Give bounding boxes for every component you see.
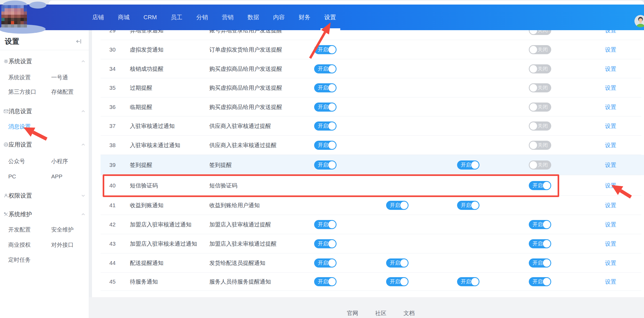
collapse-sidebar-icon[interactable] — [75, 38, 82, 45]
user-avatar[interactable] — [634, 15, 644, 27]
toggle-row43-col4[interactable]: 开启 — [529, 239, 551, 248]
tools-icon — [3, 212, 9, 217]
settings-link-row-36[interactable]: 设置 — [599, 103, 622, 111]
toggle-row36-col1[interactable]: 开启 — [314, 103, 337, 112]
toggle-row45-col4[interactable]: 开启 — [529, 277, 551, 286]
toggle-row30-col4[interactable]: 关闭 — [529, 45, 551, 54]
sidebar-item-商业授权[interactable]: 商业授权 — [8, 241, 31, 249]
nav-item-3[interactable]: CRM — [143, 14, 157, 21]
settings-link-row-42[interactable]: 设置 — [599, 221, 622, 228]
settings-link-row-44[interactable]: 设置 — [599, 259, 622, 267]
toggle-row38-col1[interactable]: 开启 — [314, 141, 337, 150]
sidebar-item-小程序[interactable]: 小程序 — [51, 158, 68, 165]
sidebar-section-4[interactable]: 权限设置 — [0, 192, 89, 200]
settings-link-row-40[interactable]: 设置 — [599, 182, 622, 189]
toggle-row36-col4[interactable]: 关闭 — [529, 103, 551, 112]
toggle-row45-col3[interactable]: 开启 — [457, 277, 479, 286]
app-icon — [3, 142, 9, 147]
notification-desc: 加盟店入驻未审核通过提醒 — [209, 240, 277, 248]
footer-link-社区[interactable]: 社区 — [375, 309, 386, 317]
toggle-knob — [543, 278, 550, 285]
sidebar-section-2[interactable]: 消息设置 — [0, 107, 89, 115]
settings-link-row-41[interactable]: 设置 — [599, 202, 622, 209]
toggle-row42-col4[interactable]: 开启 — [529, 220, 551, 229]
toggle-row42-col1[interactable]: 开启 — [314, 220, 337, 229]
sidebar-subrow: 消息设置 — [0, 123, 89, 131]
settings-link-row-37[interactable]: 设置 — [599, 122, 622, 130]
toggle-row45-col1[interactable]: 开启 — [314, 277, 337, 286]
footer-link-官网[interactable]: 官网 — [347, 309, 358, 317]
toggle-row39-col1[interactable]: 开启 — [314, 160, 337, 170]
toggle-row41-col3[interactable]: 开启 — [457, 201, 479, 210]
toggle-knob — [328, 65, 336, 73]
nav-item-5[interactable]: 分销 — [196, 13, 208, 21]
sidebar-subrow: 定时任务 — [0, 256, 89, 264]
nav-item-10[interactable]: 设置 — [324, 13, 336, 21]
notification-name: 短信验证码 — [130, 182, 158, 189]
sidebar-item-安全维护[interactable]: 安全维护 — [51, 226, 74, 233]
toggle-row34-col4[interactable]: 关闭 — [529, 64, 551, 73]
settings-link-row-43[interactable]: 设置 — [599, 240, 622, 248]
sidebar-item-对外接口[interactable]: 对外接口 — [51, 241, 74, 249]
toggle-row45-col2[interactable]: 开启 — [386, 277, 409, 286]
toggle-row38-col4[interactable]: 关闭 — [529, 141, 551, 150]
toggle-label: 开启 — [318, 221, 328, 228]
sidebar-item-PC[interactable]: PC — [8, 173, 16, 180]
table-row-39: 39签到提醒签到提醒开启开启关闭设置 — [92, 155, 644, 175]
sidebar-section-5[interactable]: 系统维护 — [0, 210, 89, 218]
sidebar-item-第三方接口[interactable]: 第三方接口 — [8, 88, 36, 96]
nav-item-6[interactable]: 营销 — [222, 13, 234, 21]
toggle-label: 关闭 — [538, 104, 548, 111]
notification-name: 加盟店入驻审核未通过通知 — [130, 240, 197, 248]
sidebar-item-一号通[interactable]: 一号通 — [51, 74, 68, 81]
toggle-label: 关闭 — [538, 84, 548, 91]
settings-link-row-39[interactable]: 设置 — [599, 161, 622, 169]
toggle-row34-col1[interactable]: 开启 — [314, 64, 337, 73]
toggle-row37-col4[interactable]: 关闭 — [529, 121, 551, 131]
toggle-knob — [328, 84, 336, 92]
toggle-knob — [328, 46, 336, 53]
sidebar-item-APP[interactable]: APP — [51, 173, 62, 180]
sidebar-item-定时任务[interactable]: 定时任务 — [8, 256, 31, 264]
sidebar-section-3[interactable]: 应用设置 — [0, 141, 89, 149]
sidebar-item-公众号[interactable]: 公众号 — [8, 158, 25, 165]
nav-item-8[interactable]: 内容 — [273, 13, 285, 21]
toggle-row41-col2[interactable]: 开启 — [386, 201, 409, 210]
nav-item-4[interactable]: 员工 — [171, 13, 182, 21]
settings-link-row-38[interactable]: 设置 — [599, 142, 622, 149]
nav-item-9[interactable]: 财务 — [299, 13, 310, 21]
toggle-label: 开启 — [318, 104, 328, 111]
logo-blur-shape — [29, 2, 46, 9]
toggle-row44-col1[interactable]: 开启 — [314, 258, 337, 268]
nav-item-7[interactable]: 数据 — [247, 13, 259, 21]
sidebar-item-消息设置[interactable]: 消息设置 — [8, 123, 31, 130]
toggle-knob — [328, 122, 336, 130]
toggle-row37-col1[interactable]: 开启 — [314, 121, 337, 131]
toggle-label: 开启 — [390, 260, 400, 266]
settings-link-row-30[interactable]: 设置 — [599, 46, 622, 53]
footer-link-文档[interactable]: 文档 — [403, 309, 415, 317]
nav-item-1[interactable]: 店铺 — [92, 13, 104, 21]
toggle-row40-col4[interactable]: 开启 — [529, 181, 551, 190]
sidebar-section-1[interactable]: 系统设置 — [0, 57, 89, 65]
toggle-row44-col2[interactable]: 开启 — [386, 258, 409, 268]
nav-item-2[interactable]: 商城 — [118, 13, 130, 21]
logo-mosaic — [1, 5, 27, 28]
sidebar-item-开发配置[interactable]: 开发配置 — [8, 226, 31, 233]
settings-link-row-34[interactable]: 设置 — [599, 65, 622, 73]
toggle-row43-col1[interactable]: 开启 — [314, 239, 337, 248]
toggle-row35-col1[interactable]: 开启 — [314, 83, 337, 92]
toggle-row30-col1[interactable]: 开启 — [314, 45, 337, 54]
row-number: 41 — [109, 202, 115, 209]
toggle-row44-col4[interactable]: 开启 — [529, 258, 551, 268]
browser-tab — [49, 1, 644, 5]
toggle-row39-col3[interactable]: 开启 — [457, 160, 479, 170]
content-gutter — [89, 30, 92, 318]
settings-link-row-45[interactable]: 设置 — [599, 278, 622, 285]
toggle-row35-col4[interactable]: 关闭 — [529, 83, 551, 92]
toggle-row39-col4[interactable]: 关闭 — [529, 160, 551, 170]
settings-link-row-35[interactable]: 设置 — [599, 84, 622, 92]
section-label: 应用设置 — [9, 141, 32, 149]
sidebar-item-存储配置[interactable]: 存储配置 — [51, 88, 74, 96]
sidebar-item-系统设置[interactable]: 系统设置 — [8, 74, 31, 81]
